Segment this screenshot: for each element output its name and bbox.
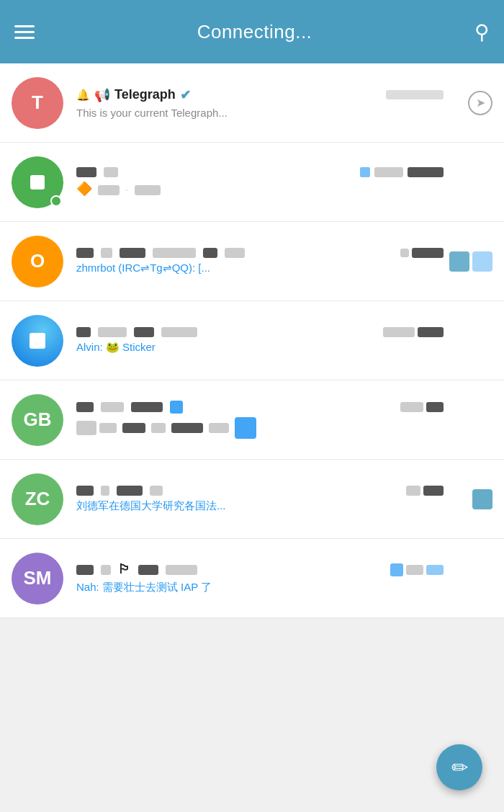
avatar: SM <box>12 553 63 604</box>
chat-meta <box>449 489 492 509</box>
chat-meta: ➤ <box>449 91 492 115</box>
chat-body: Alvin: 🐸 Sticker <box>76 327 444 354</box>
list-item[interactable]: ZC 刘德军在德国大学研究各国法... <box>0 460 504 539</box>
chat-body: 🔶 · <box>76 167 444 197</box>
chat-list: T 🔔 📢 Telegraph ✔ This is your current T… <box>0 63 504 618</box>
chat-preview: Nah: 需要壮士去测试 IAP 了 <box>76 581 400 594</box>
mute-icon: 🔔 <box>76 89 90 102</box>
chat-name <box>76 167 118 177</box>
list-item[interactable]: 🔶 · <box>0 143 504 222</box>
list-item[interactable]: T 🔔 📢 Telegraph ✔ This is your current T… <box>0 63 504 143</box>
compose-fab[interactable]: ✏ <box>436 744 482 790</box>
topbar: Connecting... ⚲ <box>0 0 504 63</box>
chat-preview: This is your current Telegraph... <box>76 107 400 119</box>
chat-preview <box>76 417 400 439</box>
avatar: GB <box>12 394 63 446</box>
compose-icon: ✏ <box>451 756 468 780</box>
channel-label: 📢 <box>94 87 110 103</box>
avatar: O <box>12 236 63 287</box>
chat-body <box>76 401 444 439</box>
chat-header-row: 🔔 📢 Telegraph ✔ <box>76 87 444 103</box>
chat-name: 🏳 <box>76 562 197 577</box>
chat-preview: Alvin: 🐸 Sticker <box>76 341 400 354</box>
avatar: ZC <box>12 473 63 525</box>
menu-button[interactable] <box>14 25 35 39</box>
forward-icon <box>449 251 492 272</box>
list-item[interactable]: O zhmrbot (IRC⇌Tg⇌QQ): [... <box>0 222 504 301</box>
chat-time <box>386 90 444 99</box>
avatar <box>12 156 63 208</box>
chat-name <box>76 248 245 258</box>
list-item[interactable]: Alvin: 🐸 Sticker <box>0 301 504 380</box>
chat-header-row: 🏳 <box>76 562 444 577</box>
chat-name: 🔔 📢 Telegraph ✔ <box>76 87 191 103</box>
chat-name <box>76 327 197 337</box>
chat-preview: zhmrbot (IRC⇌Tg⇌QQ): [... <box>76 262 400 275</box>
verified-icon: ✔ <box>180 87 191 103</box>
chat-body: 🏳 Nah: 需要壮士去测试 IAP 了 <box>76 562 444 594</box>
search-button[interactable]: ⚲ <box>474 20 490 44</box>
chat-body: 🔔 📢 Telegraph ✔ This is your current Tel… <box>76 87 444 119</box>
chat-meta <box>449 251 492 272</box>
chat-header-row <box>76 248 444 258</box>
list-item[interactable]: GB <box>0 380 504 460</box>
chat-header-row <box>76 327 444 337</box>
avatar <box>12 315 63 367</box>
chat-header-row <box>76 486 444 496</box>
chat-preview: 刘德军在德国大学研究各国法... <box>76 499 400 513</box>
avatar: T <box>12 77 63 129</box>
chat-body: zhmrbot (IRC⇌Tg⇌QQ): [... <box>76 248 444 275</box>
list-item[interactable]: SM 🏳 Nah: 需要壮士去测试 IAP 了 <box>0 539 504 618</box>
chat-body: 刘德军在德国大学研究各国法... <box>76 486 444 513</box>
chat-preview: 🔶 · <box>76 181 400 197</box>
chat-name <box>76 486 163 496</box>
chat-name <box>76 401 183 414</box>
topbar-title: Connecting... <box>197 21 312 43</box>
chat-header-row <box>76 401 444 414</box>
share-icon[interactable]: ➤ <box>468 91 492 115</box>
chat-header-row <box>76 167 444 177</box>
